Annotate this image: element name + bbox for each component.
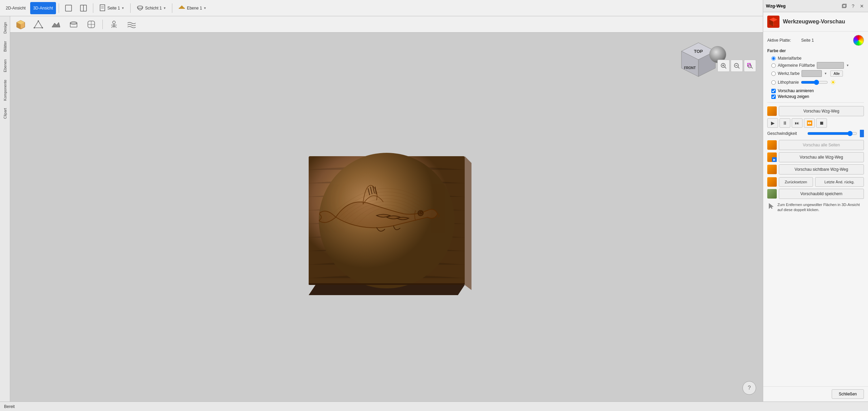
svg-marker-27 — [52, 22, 60, 27]
skip-end-btn[interactable]: ⏭ — [792, 118, 803, 128]
zoom-box-btn[interactable] — [744, 60, 756, 72]
triangle-btn[interactable] — [31, 18, 46, 30]
zoom-in-btn[interactable] — [717, 60, 730, 72]
panel-header: Werkzeugweg-Vorschau — [763, 12, 868, 32]
checkbox-werkzeug-label: Werkzeug zeigen — [778, 94, 809, 99]
vorschau-alle-seiten-row: Vorschau alle Seiten — [767, 140, 864, 150]
vorschau-alle-wzg-row: ▶ Vorschau alle Wzg-Weg — [767, 152, 864, 162]
vorschau-sichtbare-btn[interactable]: Vorschau sichtbare Wzg-Weg — [779, 164, 864, 174]
split-view-btn[interactable] — [77, 2, 90, 14]
logo-icon — [769, 17, 778, 26]
panel-restore-btn[interactable] — [841, 3, 848, 9]
fullfarbe-chevron: ▼ — [846, 64, 849, 67]
close-icon: ✕ — [860, 3, 864, 9]
panel-close-btn[interactable]: ✕ — [859, 3, 865, 9]
zuruecksetzen-btn[interactable]: Zurücksetzen — [779, 177, 813, 187]
view-2d-btn[interactable]: 2D-Ansicht — [3, 2, 29, 14]
cube-3d-btn[interactable] — [13, 18, 28, 30]
lithophane-slider[interactable] — [801, 80, 828, 85]
play-btn[interactable]: ▶ — [767, 118, 778, 128]
letzte-aend-btn[interactable]: Letzte Änd. rückg. — [815, 177, 864, 187]
radio-materialfarbe[interactable] — [771, 56, 776, 61]
level-icon — [178, 4, 186, 12]
top-toolbar: 2D-Ansicht 3D-Ansicht Seite 1 ▼ Schicht … — [0, 0, 868, 16]
vorschau-sichtbare-icon — [767, 165, 777, 174]
sidebar-tab-blatter[interactable]: Blätter — [1, 38, 9, 55]
second-toolbar — [10, 16, 763, 33]
separator-2 — [93, 3, 93, 13]
layer-dropdown[interactable]: Schicht 1 ▼ — [133, 2, 169, 14]
sidebar-tab-design[interactable]: Design — [1, 19, 9, 37]
schliessen-btn[interactable]: Schließen — [832, 389, 864, 399]
speed-slider[interactable] — [807, 131, 857, 136]
checkbox-vorschau-row: Vorschau animieren — [771, 88, 864, 93]
single-view-btn[interactable] — [62, 2, 75, 14]
level-chevron: ▼ — [204, 6, 207, 10]
pause-icon: ⏸ — [783, 120, 787, 126]
sidebar-tab-komponente[interactable]: Komponente — [1, 77, 9, 104]
status-text: Bereit — [4, 404, 15, 409]
canvas-3d[interactable]: TOP FRONT — [10, 33, 763, 402]
layer-chevron: ▼ — [163, 6, 166, 10]
checkbox-werkzeug-zeigen[interactable] — [771, 95, 776, 99]
active-plate-value: Seite 1 — [801, 38, 853, 43]
svg-line-58 — [751, 67, 753, 68]
vorschaubild-btn[interactable]: Vorschaubild speichern — [779, 189, 864, 199]
play-icon: ▶ — [771, 120, 775, 126]
panel-title-bar: Wzg-Weg ? ✕ — [763, 0, 868, 12]
fast-forward-btn[interactable]: ⏩ — [804, 118, 815, 128]
panel-help-btn[interactable]: ? — [850, 3, 856, 9]
radio-lithophane[interactable] — [771, 80, 776, 85]
fullfarbe-swatch — [817, 62, 844, 69]
zoom-out-btn[interactable] — [731, 60, 743, 72]
vorschau-alle-wzg-btn[interactable]: Vorschau alle Wzg-Weg — [779, 152, 864, 162]
svg-rect-0 — [65, 5, 72, 11]
active-plate-label: Aktive Platte: — [767, 38, 801, 43]
triangle-icon — [34, 20, 43, 29]
help-btn[interactable]: ? — [742, 381, 756, 395]
anchor-btn[interactable] — [106, 18, 122, 30]
svg-rect-42 — [309, 283, 465, 285]
radio-fullfarbe-label: Allgemeine Füllfarbe — [778, 63, 815, 68]
stop-icon: ⏹ — [819, 120, 824, 126]
level-dropdown[interactable]: Ebene 1 ▼ — [175, 2, 210, 14]
stop-btn[interactable]: ⏹ — [816, 118, 827, 128]
radio-fullfarbe[interactable] — [771, 63, 776, 68]
separator-1 — [59, 3, 59, 13]
vorschau-wzg-row: Vorschau Wzg-Weg — [767, 106, 864, 116]
terrain-icon — [51, 20, 61, 29]
playback-controls: ▶ ⏸ ⏭ ⏩ ⏹ — [767, 118, 864, 128]
vorschaubild-icon — [767, 189, 777, 199]
radio-lithophane-label: Lithophanie — [778, 80, 799, 85]
radio-fullfarbe-row: Allgemeine Füllfarbe ▼ — [771, 62, 864, 69]
terrain-btn[interactable] — [48, 18, 64, 30]
view-3d-btn[interactable]: 3D-Ansicht — [30, 2, 56, 14]
waves-btn[interactable] — [124, 18, 139, 30]
radio-materialfarbe-label: Materialfarbe — [778, 56, 802, 61]
vorschau-wzg-btn[interactable]: Vorschau Wzg-Weg — [779, 106, 864, 116]
waves-icon — [127, 20, 136, 29]
sidebar-tab-clipart[interactable]: Clipart — [1, 105, 9, 122]
panel-logo — [767, 16, 779, 28]
sidebar-tab-ebenen[interactable]: Ebenen — [1, 56, 9, 75]
alle-btn[interactable]: Alle — [830, 70, 843, 77]
checkbox-vorschau-animieren[interactable] — [771, 89, 776, 93]
divider-1 — [767, 102, 864, 103]
vorschau-alle-wzg-icon: ▶ — [767, 152, 777, 162]
wood-block-svg — [295, 129, 478, 305]
svg-point-26 — [34, 27, 35, 28]
vorschaubild-row: Vorschaubild speichern — [767, 189, 864, 199]
page-dropdown[interactable]: Seite 1 ▼ — [96, 2, 127, 14]
color-picker-btn[interactable] — [853, 35, 864, 46]
svg-marker-8 — [179, 5, 184, 8]
radio-werkzfarbe[interactable] — [771, 71, 776, 76]
rounded-cube-btn[interactable] — [83, 18, 99, 30]
pause-btn[interactable]: ⏸ — [779, 118, 790, 128]
main-canvas-area: TOP FRONT — [10, 33, 763, 402]
vorschau-sichtbare-row: Vorschau sichtbare Wzg-Weg — [767, 164, 864, 174]
radio-werkzfarbe-row: Werkz.farbe ▼ Alle — [771, 70, 864, 77]
schliessen-row: Schließen — [763, 386, 868, 402]
plane-btn[interactable] — [66, 18, 81, 30]
radio-lithophane-row: Lithophanie ☀ — [771, 78, 864, 86]
vorschau-alle-seiten-btn[interactable]: Vorschau alle Seiten — [779, 140, 864, 150]
